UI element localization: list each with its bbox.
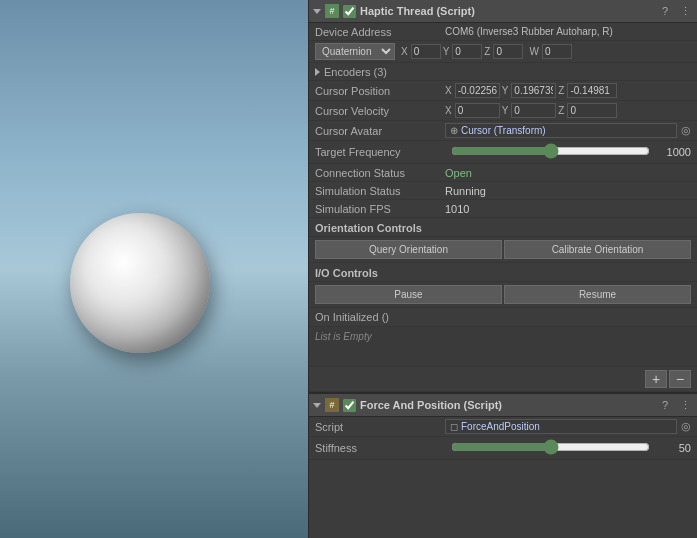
simulation-fps-label: Simulation FPS bbox=[315, 203, 445, 215]
on-initialized-row[interactable]: On Initialized () bbox=[309, 308, 697, 327]
cursor-avatar-value-container[interactable]: ⊕ Cursor (Transform) bbox=[445, 123, 677, 138]
cursor-vel-y-label: Y bbox=[502, 105, 509, 116]
target-frequency-value: 1000 bbox=[656, 146, 691, 158]
simulation-status-value: Running bbox=[445, 185, 691, 197]
encoders-label: Encoders (3) bbox=[324, 66, 454, 78]
script2-help-button[interactable]: ? bbox=[657, 397, 673, 413]
cursor-pos-x-input[interactable] bbox=[455, 83, 500, 98]
add-remove-row: + − bbox=[309, 367, 697, 392]
cursor-pos-y-label: Y bbox=[502, 85, 509, 96]
cursor-pos-z-input[interactable] bbox=[567, 83, 617, 98]
cursor-velocity-label: Cursor Velocity bbox=[315, 105, 445, 117]
calibrate-orientation-button[interactable]: Calibrate Orientation bbox=[504, 240, 691, 259]
list-empty-row: List is Empty bbox=[309, 327, 697, 367]
quaternion-row: Quaternion X Y Z W bbox=[309, 41, 697, 63]
quat-z-input[interactable] bbox=[493, 44, 523, 59]
target-frequency-label: Target Frequency bbox=[315, 146, 445, 158]
cursor-velocity-fields: X Y Z bbox=[445, 103, 617, 118]
script1-header-icons: ? ⋮ bbox=[657, 3, 693, 19]
simulation-fps-row: Simulation FPS 1010 bbox=[309, 200, 697, 218]
inspector-panel: # Haptic Thread (Script) ? ⋮ Device Addr… bbox=[308, 0, 697, 538]
collapse-triangle2-icon[interactable] bbox=[313, 403, 321, 408]
script1-help-button[interactable]: ? bbox=[657, 3, 673, 19]
encoders-triangle-icon bbox=[315, 68, 320, 76]
stiffness-label: Stiffness bbox=[315, 442, 445, 454]
cursor-position-fields: X Y Z bbox=[445, 83, 617, 98]
target-frequency-slider-container bbox=[451, 143, 650, 161]
device-address-label: Device Address bbox=[315, 26, 445, 38]
remove-event-button[interactable]: − bbox=[669, 370, 691, 388]
pause-button[interactable]: Pause bbox=[315, 285, 502, 304]
script-field-value-container[interactable]: ◻ ForceAndPosition bbox=[445, 419, 677, 434]
script2-enabled-checkbox[interactable] bbox=[343, 399, 356, 412]
script-field-value: ForceAndPosition bbox=[461, 421, 540, 432]
quat-y-label: Y bbox=[443, 46, 450, 57]
orientation-buttons-row: Query Orientation Calibrate Orientation bbox=[309, 237, 697, 263]
simulation-status-label: Simulation Status bbox=[315, 185, 445, 197]
cursor-avatar-icon: ⊕ bbox=[450, 125, 458, 136]
quat-w-label: W bbox=[529, 46, 538, 57]
encoders-row[interactable]: Encoders (3) bbox=[309, 63, 697, 81]
connection-status-value: Open bbox=[445, 167, 691, 179]
stiffness-slider-container bbox=[451, 439, 650, 457]
script-field-target-icon[interactable]: ◎ bbox=[681, 420, 691, 433]
stiffness-slider[interactable] bbox=[451, 439, 650, 455]
quat-x-input[interactable] bbox=[411, 44, 441, 59]
stiffness-row: Stiffness 50 bbox=[309, 437, 697, 460]
quat-w-input[interactable] bbox=[542, 44, 572, 59]
add-event-button[interactable]: + bbox=[645, 370, 667, 388]
sphere-mesh bbox=[70, 213, 210, 353]
cursor-avatar-target-icon[interactable]: ◎ bbox=[681, 124, 691, 137]
script1-menu-button[interactable]: ⋮ bbox=[677, 3, 693, 19]
simulation-fps-value: 1010 bbox=[445, 203, 691, 215]
cursor-pos-z-label: Z bbox=[558, 85, 564, 96]
script2-title: Force And Position (Script) bbox=[360, 399, 657, 411]
quaternion-xyz-fields: X Y Z W bbox=[401, 44, 572, 59]
script2-icon: # bbox=[325, 398, 339, 412]
script2-header-icons: ? ⋮ bbox=[657, 397, 693, 413]
io-buttons-row: Pause Resume bbox=[309, 282, 697, 308]
cursor-avatar-label: Cursor Avatar bbox=[315, 125, 445, 137]
connection-status-row: Connection Status Open bbox=[309, 164, 697, 182]
resume-button[interactable]: Resume bbox=[504, 285, 691, 304]
cursor-vel-z-label: Z bbox=[558, 105, 564, 116]
cursor-vel-z-input[interactable] bbox=[567, 103, 617, 118]
quat-x-label: X bbox=[401, 46, 408, 57]
target-frequency-row: Target Frequency 1000 bbox=[309, 141, 697, 164]
unity-viewport bbox=[0, 0, 308, 538]
cursor-vel-x-input[interactable] bbox=[455, 103, 500, 118]
haptic-thread-header: # Haptic Thread (Script) ? ⋮ bbox=[309, 0, 697, 23]
cursor-position-row: Cursor Position X Y Z bbox=[309, 81, 697, 101]
simulation-status-row: Simulation Status Running bbox=[309, 182, 697, 200]
script1-enabled-checkbox[interactable] bbox=[343, 5, 356, 18]
quat-y-input[interactable] bbox=[452, 44, 482, 59]
cursor-vel-y-input[interactable] bbox=[511, 103, 556, 118]
collapse-triangle-icon[interactable] bbox=[313, 9, 321, 14]
cursor-pos-x-label: X bbox=[445, 85, 452, 96]
script1-title: Haptic Thread (Script) bbox=[360, 5, 657, 17]
target-frequency-slider[interactable] bbox=[451, 143, 650, 159]
on-initialized-label: On Initialized () bbox=[315, 311, 389, 323]
stiffness-value: 50 bbox=[656, 442, 691, 454]
query-orientation-button[interactable]: Query Orientation bbox=[315, 240, 502, 259]
script-field-row: Script ◻ ForceAndPosition ◎ bbox=[309, 417, 697, 437]
sphere-object bbox=[70, 213, 210, 353]
script-field-icon: ◻ bbox=[450, 421, 458, 432]
quaternion-dropdown[interactable]: Quaternion bbox=[315, 43, 395, 60]
device-address-row: Device Address COM6 (Inverse3 Rubber Aut… bbox=[309, 23, 697, 41]
cursor-avatar-value: Cursor (Transform) bbox=[461, 125, 546, 136]
cursor-avatar-row: Cursor Avatar ⊕ Cursor (Transform) ◎ bbox=[309, 121, 697, 141]
force-position-header: # Force And Position (Script) ? ⋮ bbox=[309, 392, 697, 417]
orientation-controls-header: Orientation Controls bbox=[309, 218, 697, 237]
script1-icon: # bbox=[325, 4, 339, 18]
cursor-velocity-row: Cursor Velocity X Y Z bbox=[309, 101, 697, 121]
cursor-vel-x-label: X bbox=[445, 105, 452, 116]
list-empty-label: List is Empty bbox=[315, 331, 372, 342]
io-controls-header: I/O Controls bbox=[309, 263, 697, 282]
script-field-label: Script bbox=[315, 421, 445, 433]
device-address-value: COM6 (Inverse3 Rubber Autoharp, R) bbox=[445, 26, 691, 37]
script2-menu-button[interactable]: ⋮ bbox=[677, 397, 693, 413]
connection-status-label: Connection Status bbox=[315, 167, 445, 179]
cursor-pos-y-input[interactable] bbox=[511, 83, 556, 98]
cursor-position-label: Cursor Position bbox=[315, 85, 445, 97]
